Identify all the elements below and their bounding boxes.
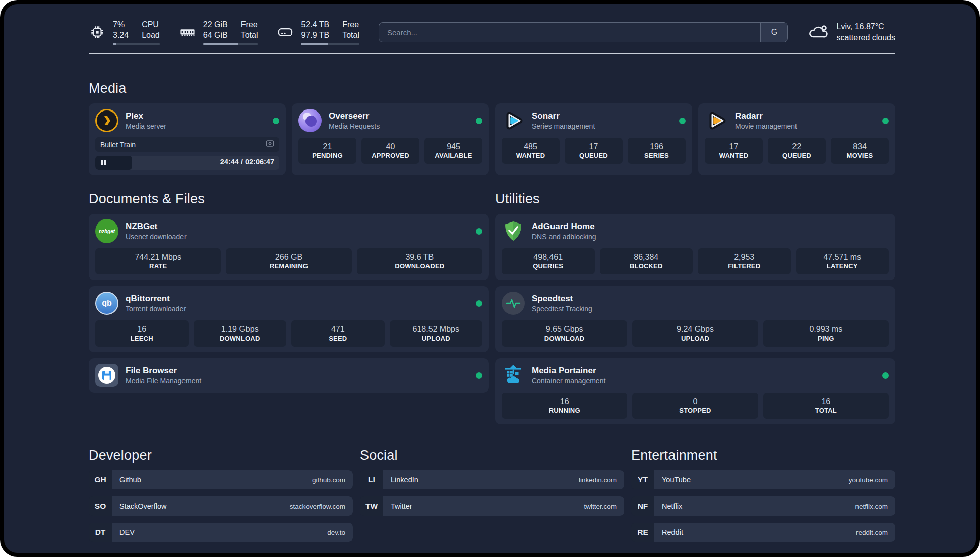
link-stackoverflow[interactable]: SO StackOverflowstackoverflow.com: [89, 496, 353, 516]
card-filebrowser[interactable]: File Browser Media File Management: [89, 358, 489, 393]
link-netflix[interactable]: NF Netflixnetflix.com: [631, 496, 895, 516]
section-title-entertainment: Entertainment: [631, 448, 895, 463]
link-tag: GH: [89, 470, 112, 489]
link-url: twitter.com: [584, 503, 617, 510]
link-tag: DT: [89, 523, 112, 542]
overseerr-icon: [298, 109, 322, 132]
app-name: NZBGet: [126, 221, 187, 232]
link-youtube[interactable]: YT YouTubeyoutube.com: [631, 470, 895, 489]
status-online-dot: [882, 118, 889, 124]
link-tag: LI: [360, 470, 383, 489]
now-playing-title: Bullet Train: [100, 141, 136, 149]
weather-condition: scattered clouds: [836, 32, 895, 43]
disk-total-value: 97.9 TB: [301, 30, 329, 40]
link-url: linkedin.com: [579, 476, 617, 484]
app-name: Sonarr: [532, 110, 595, 122]
now-playing-row: Bullet Train: [95, 137, 279, 152]
cpu-metric: 7% CPU 3.24 Load: [89, 19, 160, 45]
links-entertainment: Entertainment YT YouTubeyoutube.com NF N…: [631, 448, 895, 549]
app-subtitle: Torrent downloader: [126, 304, 186, 313]
app-subtitle: Container management: [532, 376, 605, 385]
card-plex[interactable]: Plex Media server Bullet Train 24:44 / 0…: [89, 103, 286, 175]
link-url: stackoverflow.com: [290, 503, 345, 510]
weather-location: Lviv, 16.87°C: [836, 21, 895, 32]
app-subtitle: Media server: [126, 122, 166, 131]
card-qbittorrent[interactable]: qb qBittorrent Torrent downloader 16LEEC…: [89, 286, 489, 352]
ram-free-value: 22 GiB: [203, 19, 228, 30]
link-twitter[interactable]: TW Twittertwitter.com: [360, 496, 624, 516]
section-title-developer: Developer: [89, 448, 353, 463]
header-divider: [89, 53, 895, 54]
plex-icon: [95, 109, 118, 132]
link-tag: TW: [360, 496, 383, 516]
stat-remaining: 266 GBREMAINING: [226, 248, 351, 274]
app-subtitle: Series management: [532, 122, 595, 131]
pause-icon[interactable]: [101, 160, 106, 165]
links-developer: Developer GH Githubgithub.com SO StackOv…: [89, 448, 353, 549]
link-tag: YT: [631, 470, 654, 489]
link-tag: RE: [631, 523, 654, 542]
link-dev[interactable]: DT DEVdev.to: [89, 523, 353, 542]
cpu-usage-value: 7%: [113, 19, 129, 30]
link-name: YouTube: [662, 476, 691, 484]
ram-free-label: Free: [241, 19, 258, 30]
stat-blocked: 86,384BLOCKED: [600, 248, 693, 274]
disk-free-value: 52.4 TB: [301, 19, 329, 30]
link-github[interactable]: GH Githubgithub.com: [89, 470, 353, 489]
dashboard: 7% CPU 3.24 Load 22 GiB Free 64 GiB: [4, 4, 976, 553]
card-sonarr[interactable]: Sonarr Series management 485WANTED 17QUE…: [495, 103, 692, 175]
section-title-social: Social: [360, 448, 624, 463]
link-url: netflix.com: [855, 503, 888, 510]
stat-download: 1.19 GbpsDOWNLOAD: [194, 320, 287, 347]
card-portainer[interactable]: Media Portainer Container management 16R…: [495, 358, 895, 424]
stat-upload: 9.24 GbpsUPLOAD: [632, 320, 758, 347]
app-subtitle: Usenet downloader: [126, 232, 187, 241]
card-radarr[interactable]: Radarr Movie management 17WANTED 22QUEUE…: [698, 103, 895, 175]
link-reddit[interactable]: RE Redditreddit.com: [631, 523, 895, 542]
disk-progress-bar: [301, 43, 359, 45]
link-linkedin[interactable]: LI LinkedInlinkedin.com: [360, 470, 624, 489]
app-subtitle: Movie management: [735, 122, 797, 131]
cpu-load-label: Load: [142, 30, 160, 40]
search-engine-button[interactable]: G: [760, 23, 787, 42]
stat-leech: 16LEECH: [95, 320, 189, 347]
app-subtitle: Media Requests: [329, 122, 380, 131]
card-speedtest[interactable]: Speedtest Speedtest Tracking 9.65 GbpsDO…: [495, 286, 895, 352]
playback-progress-bar[interactable]: 24:44 / 02:06:47: [95, 156, 279, 170]
system-metrics: 7% CPU 3.24 Load 22 GiB Free 64 GiB: [89, 19, 359, 45]
disk-icon: [277, 24, 294, 41]
card-overseerr[interactable]: Overseerr Media Requests 21PENDING 40APP…: [292, 103, 489, 175]
stat-queries: 498,461QUERIES: [502, 248, 595, 274]
qbittorrent-icon: qb: [95, 292, 118, 315]
stat-queued: 22QUEUED: [768, 138, 826, 164]
window-frame: 7% CPU 3.24 Load 22 GiB Free 64 GiB: [0, 0, 980, 557]
search-input[interactable]: [379, 23, 760, 42]
link-tag: NF: [631, 496, 654, 516]
stat-upload: 618.52 MbpsUPLOAD: [390, 320, 483, 347]
section-title-media: Media: [89, 81, 895, 96]
adguard-icon: [502, 219, 525, 243]
stat-available: 945AVAILABLE: [424, 138, 482, 164]
cpu-usage-label: CPU: [142, 19, 160, 30]
section-title-documents: Documents & Files: [89, 191, 489, 207]
ram-progress-bar: [203, 43, 258, 45]
filebrowser-icon: [95, 364, 118, 387]
stat-wanted: 485WANTED: [502, 138, 560, 164]
link-name: Reddit: [662, 528, 683, 536]
link-url: youtube.com: [849, 476, 888, 484]
ram-total-label: Total: [241, 30, 258, 40]
stat-queued: 17QUEUED: [565, 138, 623, 164]
ram-total-value: 64 GiB: [203, 30, 228, 40]
cast-icon[interactable]: [266, 139, 274, 150]
app-name: Radarr: [735, 110, 797, 122]
stat-wanted: 17WANTED: [705, 138, 763, 164]
cpu-load-value: 3.24: [113, 30, 129, 40]
sonarr-icon: [502, 109, 525, 132]
card-adguard[interactable]: AdGuard Home DNS and adblocking 498,461Q…: [495, 214, 895, 280]
top-bar: 7% CPU 3.24 Load 22 GiB Free 64 GiB: [89, 19, 895, 45]
link-name: StackOverflow: [119, 502, 166, 510]
status-online-dot: [679, 118, 686, 124]
link-name: Github: [119, 476, 141, 484]
stat-downloaded: 39.6 TBDOWNLOADED: [357, 248, 482, 274]
card-nzbget[interactable]: nzbget NZBGet Usenet downloader 744.21 M…: [89, 214, 489, 280]
